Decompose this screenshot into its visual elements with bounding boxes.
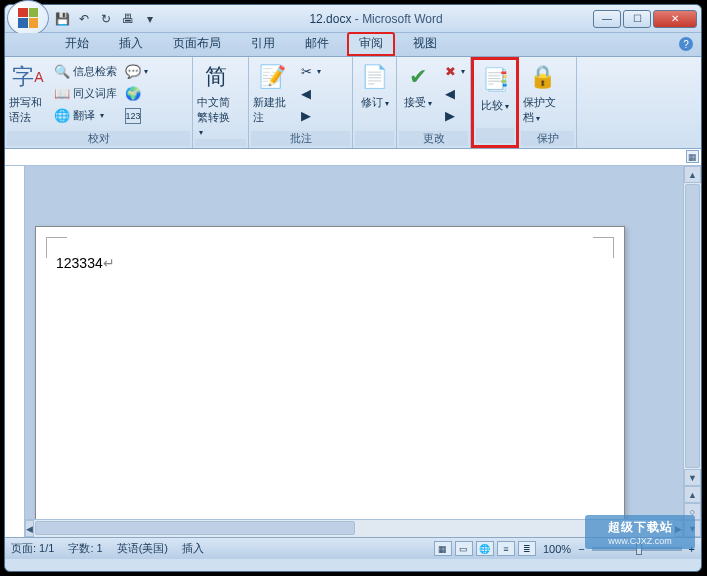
scroll-down-icon[interactable]: ▼ (684, 469, 701, 486)
document-text[interactable]: 123334↵ (56, 255, 115, 271)
hscroll-thumb[interactable] (35, 521, 355, 535)
group-comments: 📝 新建批注 ✂▾ ◀ ▶ 批注 (249, 57, 353, 148)
group-compare: 📑 比较 (471, 57, 519, 148)
tab-home[interactable]: 开始 (53, 32, 101, 56)
file-name: 12.docx (309, 12, 351, 26)
ribbon: 字A 拼写和语法 🔍信息检索 📖同义词库 🌐翻译▾ 💬▾ 🌍 123 校对 (5, 57, 701, 149)
group-tracking: 📄 修订 (353, 57, 397, 148)
research-icon: 🔍 (54, 64, 70, 80)
chinese-icon: 简 (200, 61, 232, 93)
spelling-button[interactable]: 字A 拼写和语法 (7, 59, 49, 127)
group-protect: 🔒 保护文档 保护 (519, 57, 577, 148)
thesaurus-button[interactable]: 📖同义词库 (51, 83, 120, 104)
page-viewport[interactable]: ↵ 123334↵ (25, 166, 683, 537)
reject-button[interactable]: ✖▾ (439, 61, 468, 82)
group-proofing: 字A 拼写和语法 🔍信息检索 📖同义词库 🌐翻译▾ 💬▾ 🌍 123 校对 (5, 57, 193, 148)
page-margin-marks (36, 227, 624, 247)
tab-view[interactable]: 视图 (401, 32, 449, 56)
document-area: ↵ 123334↵ ▲ ▼ ▲ ○ ▼ ◀ ▶ (5, 166, 701, 537)
reject-icon: ✖ (442, 64, 458, 80)
horizontal-ruler[interactable]: ▦ (5, 149, 701, 166)
tab-insert[interactable]: 插入 (107, 32, 155, 56)
vertical-scrollbar[interactable]: ▲ ▼ ▲ ○ ▼ (683, 166, 701, 537)
tooltip-button[interactable]: 💬▾ (122, 61, 151, 82)
ruler-toggle-icon[interactable]: ▦ (686, 150, 699, 163)
tab-references[interactable]: 引用 (239, 32, 287, 56)
next-icon: ▶ (298, 108, 314, 124)
tab-review[interactable]: 审阅 (347, 32, 395, 56)
thesaurus-icon: 📖 (54, 86, 70, 102)
quickprint-icon[interactable]: 🖶 (119, 10, 137, 28)
next-change-button[interactable]: ▶ (439, 105, 468, 126)
scroll-thumb[interactable] (685, 184, 700, 468)
close-button[interactable]: ✕ (653, 10, 697, 28)
redo-icon[interactable]: ↻ (97, 10, 115, 28)
app-name: Microsoft Word (362, 12, 442, 26)
compare-icon: 📑 (479, 64, 511, 96)
view-print-icon[interactable]: ▦ (434, 541, 452, 556)
delete-comment-icon: ✂ (298, 64, 314, 80)
lang-icon: 🌍 (125, 86, 141, 102)
browse-prev-icon[interactable]: ▲ (684, 486, 701, 503)
watermark-text: 超级下载站 (608, 519, 673, 536)
save-icon[interactable]: 💾 (53, 10, 71, 28)
window-controls: — ☐ ✕ (593, 10, 697, 28)
protect-icon: 🔒 (526, 61, 558, 93)
group-chinese: 简 中文简繁转换 (193, 57, 249, 148)
watermark-url: www.CJXZ.com (608, 536, 672, 546)
zoom-out-icon[interactable]: − (578, 543, 584, 555)
prev-icon: ◀ (298, 86, 314, 102)
new-comment-button[interactable]: 📝 新建批注 (251, 59, 293, 127)
tab-mailings[interactable]: 邮件 (293, 32, 341, 56)
help-icon[interactable]: ? (679, 37, 693, 51)
view-outline-icon[interactable]: ≡ (497, 541, 515, 556)
translate-button[interactable]: 🌐翻译▾ (51, 105, 120, 126)
spelling-icon: 字A (12, 61, 44, 93)
ribbon-tabs: 开始 插入 页面布局 引用 邮件 审阅 视图 ? (5, 33, 701, 57)
scroll-up-icon[interactable]: ▲ (684, 166, 701, 183)
app-window: 💾 ↶ ↻ 🖶 ▾ 12.docx - Microsoft Word — ☐ ✕… (4, 4, 702, 572)
group-changes: ✔ 接受 ✖▾ ◀ ▶ 更改 (397, 57, 471, 148)
accept-button[interactable]: ✔ 接受 (399, 59, 437, 112)
balloon-icon: 💬 (125, 64, 141, 80)
comment-icon: 📝 (256, 61, 288, 93)
track-icon: 📄 (359, 61, 391, 93)
protect-button[interactable]: 🔒 保护文档 (521, 59, 563, 127)
minimize-button[interactable]: — (593, 10, 621, 28)
tab-pagelayout[interactable]: 页面布局 (161, 32, 233, 56)
prev-comment-button[interactable]: ◀ (295, 83, 324, 104)
next-comment-button[interactable]: ▶ (295, 105, 324, 126)
qat-more-icon[interactable]: ▾ (141, 10, 159, 28)
accept-icon: ✔ (402, 61, 434, 93)
prev-change-icon: ◀ (442, 86, 458, 102)
view-draft-icon[interactable]: ≣ (518, 541, 536, 556)
wordcount-icon: 123 (125, 108, 141, 124)
office-logo-icon (18, 8, 38, 28)
office-button[interactable] (7, 0, 49, 36)
window-title: 12.docx - Microsoft Word (159, 12, 593, 26)
scroll-left-icon[interactable]: ◀ (25, 520, 34, 537)
undo-icon[interactable]: ↶ (75, 10, 93, 28)
zoom-level[interactable]: 100% (543, 543, 571, 555)
view-web-icon[interactable]: 🌐 (476, 541, 494, 556)
setlang-button[interactable]: 🌍 (122, 83, 151, 104)
chinese-convert-button[interactable]: 简 中文简繁转换 (195, 59, 237, 139)
compare-button[interactable]: 📑 比较 (476, 62, 514, 115)
track-changes-button[interactable]: 📄 修订 (355, 59, 394, 112)
prev-change-button[interactable]: ◀ (439, 83, 468, 104)
status-lang[interactable]: 英语(美国) (117, 541, 168, 556)
vertical-ruler[interactable] (5, 166, 25, 537)
status-page[interactable]: 页面: 1/1 (11, 541, 54, 556)
wordcount-button[interactable]: 123 (122, 105, 151, 126)
status-words[interactable]: 字数: 1 (68, 541, 102, 556)
quick-access-toolbar: 💾 ↶ ↻ 🖶 ▾ (53, 10, 159, 28)
page[interactable]: 123334↵ (35, 226, 625, 537)
watermark: 超级下载站 www.CJXZ.com (585, 515, 695, 549)
titlebar: 💾 ↶ ↻ 🖶 ▾ 12.docx - Microsoft Word — ☐ ✕ (5, 5, 701, 33)
research-button[interactable]: 🔍信息检索 (51, 61, 120, 82)
delete-comment-button[interactable]: ✂▾ (295, 61, 324, 82)
status-mode[interactable]: 插入 (182, 541, 204, 556)
view-fullread-icon[interactable]: ▭ (455, 541, 473, 556)
maximize-button[interactable]: ☐ (623, 10, 651, 28)
translate-icon: 🌐 (54, 108, 70, 124)
